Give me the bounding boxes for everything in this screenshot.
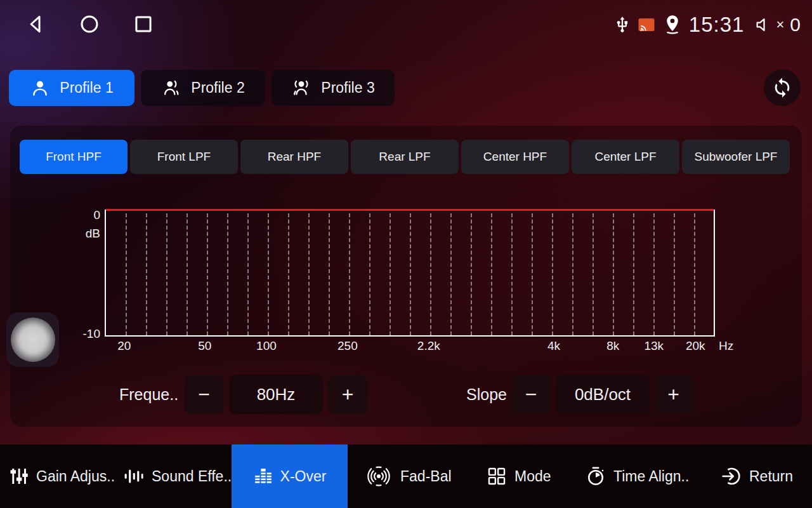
usb-icon xyxy=(613,16,631,34)
nav-item-label: Gain Adjus.. xyxy=(36,468,115,485)
chart-gridline xyxy=(532,213,533,335)
x-axis-tick-label: 13k xyxy=(644,339,664,353)
volume-mute-icon xyxy=(754,15,773,34)
nav-xover[interactable]: X-Over xyxy=(232,444,348,508)
fader-balance-icon xyxy=(364,465,393,488)
tab-center-hpf[interactable]: Center HPF xyxy=(461,140,569,174)
volume-mute-x: × xyxy=(776,17,784,33)
tab-subwoofer-lpf[interactable]: Subwoofer LPF xyxy=(682,140,790,174)
frequency-minus-button[interactable]: − xyxy=(184,375,224,414)
adjust-knob[interactable] xyxy=(11,318,55,362)
profile-tab-label: Profile 1 xyxy=(60,79,113,97)
filter-tab-label: Rear HPF xyxy=(268,150,321,164)
slope-minus-button[interactable]: − xyxy=(511,375,551,414)
nav-item-label: X-Over xyxy=(280,468,327,485)
nav-item-label: Fad-Bal xyxy=(400,468,452,485)
chart-gridline xyxy=(308,213,310,335)
chart-gridline xyxy=(511,213,513,335)
tab-center-lpf[interactable]: Center LPF xyxy=(572,140,679,174)
minus-icon: − xyxy=(198,383,210,406)
chart-x-labels: 20501002502.2k4k8k13k20k xyxy=(105,339,715,356)
nav-time-align[interactable]: Time Align.. xyxy=(585,444,689,508)
x-axis-tick-label: 8k xyxy=(606,339,619,353)
volume-level: 0 xyxy=(790,14,801,36)
x-axis-tick-label: 2.2k xyxy=(417,339,440,353)
chart-gridline xyxy=(471,213,472,335)
nav-sound-effects[interactable]: Sound Effe.. xyxy=(123,444,232,508)
refresh-button[interactable] xyxy=(764,69,801,106)
tab-profile-2[interactable]: Profile 2 xyxy=(141,70,265,106)
nav-fad-bal[interactable]: Fad-Bal xyxy=(364,444,452,508)
tab-front-hpf[interactable]: Front HPF xyxy=(20,140,128,174)
x-axis-tick-label: 100 xyxy=(256,339,277,353)
tab-front-lpf[interactable]: Front LPF xyxy=(130,140,238,174)
recents-button[interactable] xyxy=(131,12,155,36)
chart-gridline xyxy=(349,213,350,335)
chart-gridline xyxy=(166,213,167,335)
y-axis-unit-label: dB xyxy=(72,227,100,241)
person-2-icon xyxy=(161,78,181,98)
chart-gridline xyxy=(247,213,249,335)
nav-item-label: Mode xyxy=(514,468,551,485)
adjust-knob-container xyxy=(6,312,59,367)
return-icon xyxy=(721,465,742,487)
nav-item-label: Return xyxy=(749,468,793,485)
x-axis-tick-label: 20k xyxy=(686,339,705,353)
filter-tab-label: Front HPF xyxy=(46,150,102,164)
y-axis-tick-label: 0 xyxy=(72,208,100,222)
tab-rear-hpf[interactable]: Rear HPF xyxy=(240,140,348,174)
chart-gridline xyxy=(410,213,411,335)
person-group-icon xyxy=(291,78,311,98)
plus-icon: + xyxy=(667,383,679,406)
filter-tab-label: Subwoofer LPF xyxy=(695,150,778,164)
nav-mode[interactable]: Mode xyxy=(486,444,551,508)
filter-tab-label: Center LPF xyxy=(594,150,656,164)
frequency-plus-button[interactable]: + xyxy=(328,375,367,414)
chart-gridline xyxy=(329,213,330,335)
chart-gridline xyxy=(491,213,492,335)
minus-icon: − xyxy=(525,383,537,406)
back-icon xyxy=(24,12,48,36)
status-bar: 15:31 × 0 xyxy=(0,0,812,50)
tab-rear-lpf[interactable]: Rear LPF xyxy=(351,140,459,174)
chart-gridline xyxy=(572,213,573,335)
x-axis-tick-label: 4k xyxy=(547,339,560,353)
plus-icon: + xyxy=(342,383,354,406)
chart-plot-area xyxy=(105,210,715,337)
x-axis-tick-label: 50 xyxy=(198,339,211,353)
chart-gridline xyxy=(552,213,553,335)
home-button[interactable] xyxy=(77,12,102,36)
chart-gridline xyxy=(694,213,695,335)
head-unit-screen: 15:31 × 0 Profile 1 Profile 2 xyxy=(0,0,812,508)
frequency-label: Freque.. xyxy=(119,375,178,414)
back-button[interactable] xyxy=(24,12,48,36)
y-axis-tick-label: -10 xyxy=(72,327,100,341)
response-curve xyxy=(106,209,714,211)
chart-gridline xyxy=(288,213,289,335)
filter-tab-label: Center HPF xyxy=(483,150,547,164)
nav-gain-adjust[interactable]: Gain Adjus.. xyxy=(9,444,115,508)
chart-gridline xyxy=(126,213,127,335)
bottom-nav-bar: Gain Adjus.. Sound Effe.. xyxy=(0,444,812,508)
x-axis-tick-label: 20 xyxy=(117,339,131,353)
person-icon xyxy=(30,78,50,98)
x-axis-unit-label: Hz xyxy=(719,339,733,353)
chart-gridline xyxy=(450,213,452,335)
chart-gridline xyxy=(430,213,431,335)
home-icon xyxy=(77,12,102,36)
filter-tab-label: Rear LPF xyxy=(379,150,430,164)
tab-profile-1[interactable]: Profile 1 xyxy=(9,70,134,106)
slope-value: 0dB/oct xyxy=(556,375,650,414)
x-axis-tick-label: 250 xyxy=(337,339,358,353)
frequency-value: 80Hz xyxy=(229,375,323,414)
chart-gridline xyxy=(227,213,228,335)
profile-tab-label: Profile 2 xyxy=(191,79,244,97)
gain-adjust-icon xyxy=(9,466,29,486)
filter-tab-label: Front LPF xyxy=(157,150,211,164)
nav-return[interactable]: Return xyxy=(721,444,793,508)
slope-plus-button[interactable]: + xyxy=(654,375,693,414)
chart-gridline xyxy=(633,213,634,335)
chart-gridline xyxy=(187,213,188,335)
nav-item-label: Time Align.. xyxy=(613,468,689,485)
tab-profile-3[interactable]: Profile 3 xyxy=(272,70,395,106)
